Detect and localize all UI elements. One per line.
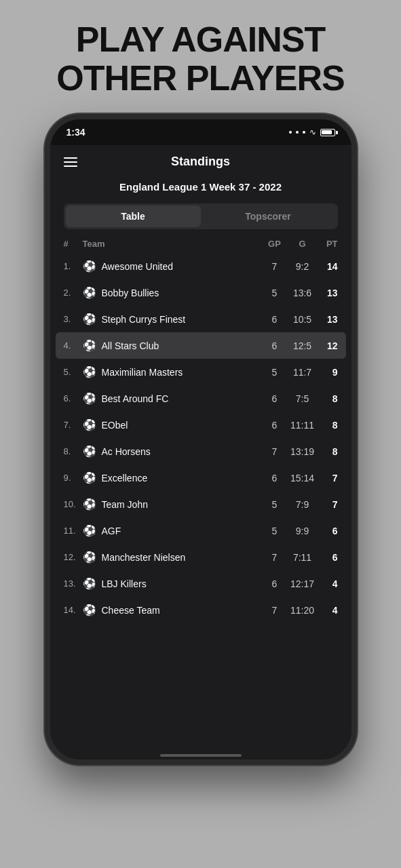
row-num: 7. — [64, 420, 83, 430]
team-name: LBJ Killers — [102, 578, 147, 589]
jersey-icon: ⚽ — [83, 551, 96, 564]
jersey-icon: ⚽ — [83, 339, 96, 352]
row-num: 8. — [64, 446, 83, 456]
row-gp: 6 — [263, 420, 286, 431]
team-name: Excellence — [102, 473, 148, 484]
signal-dot-2 — [296, 131, 299, 134]
league-title: England League 1 Week 37 - 2022 — [50, 176, 351, 198]
jersey-icon: ⚽ — [83, 498, 96, 511]
table-row: 11. ⚽ AGF 5 9:9 6 — [50, 517, 351, 544]
row-team: ⚽ Awesome United — [83, 260, 263, 273]
row-team: ⚽ EObel — [83, 418, 263, 431]
table-row: 2. ⚽ Bobby Bullies 5 13:6 13 — [50, 279, 351, 306]
col-header-gp: GP — [263, 239, 286, 249]
row-g: 11:11 — [286, 420, 319, 431]
menu-button[interactable] — [64, 157, 77, 167]
row-team: ⚽ Manchester Nielsen — [83, 551, 263, 564]
row-team: ⚽ Steph Currys Finest — [83, 313, 263, 326]
jersey-icon: ⚽ — [83, 286, 96, 299]
table-row: 13. ⚽ LBJ Killers 6 12:17 4 — [50, 570, 351, 597]
row-gp: 5 — [263, 526, 286, 536]
hamburger-line-2 — [64, 161, 77, 163]
status-bar: 1:34 ∿ — [50, 119, 351, 145]
team-name: Best Around FC — [102, 393, 169, 404]
row-pt: 8 — [319, 420, 338, 431]
status-time: 1:34 — [66, 127, 85, 138]
row-num: 14. — [64, 605, 83, 615]
row-num: 5. — [64, 367, 83, 377]
row-pt: 7 — [319, 473, 338, 484]
page-title: PLAY AGAINST OTHER PLAYERS — [56, 20, 344, 98]
row-g: 12:17 — [286, 578, 319, 589]
row-num: 10. — [64, 499, 83, 509]
team-name: All Stars Club — [102, 340, 159, 351]
row-pt: 4 — [319, 578, 338, 589]
team-name: Maximilian Masters — [102, 367, 183, 378]
row-pt: 13 — [319, 288, 338, 298]
row-num: 9. — [64, 473, 83, 483]
wifi-icon: ∿ — [309, 127, 316, 137]
row-num: 12. — [64, 552, 83, 562]
table-row: 8. ⚽ Ac Horsens 7 13:19 8 — [50, 438, 351, 465]
row-pt: 8 — [319, 446, 338, 457]
row-num: 6. — [64, 393, 83, 403]
row-gp: 5 — [263, 499, 286, 510]
row-pt: 12 — [319, 340, 338, 351]
row-gp: 7 — [263, 552, 286, 563]
status-icons: ∿ — [289, 127, 335, 137]
row-gp: 7 — [263, 446, 286, 457]
tab-table[interactable]: Table — [66, 205, 201, 227]
table-row: 6. ⚽ Best Around FC 6 7:5 8 — [50, 385, 351, 412]
standings-table: 1. ⚽ Awesome United 7 9:2 14 2. ⚽ Bobby … — [50, 253, 351, 750]
row-g: 7:9 — [286, 499, 319, 510]
jersey-icon: ⚽ — [83, 366, 96, 378]
row-pt: 6 — [319, 552, 338, 563]
row-team: ⚽ LBJ Killers — [83, 577, 263, 590]
row-g: 13:6 — [286, 288, 319, 298]
row-num: 4. — [64, 340, 83, 351]
jersey-icon: ⚽ — [83, 260, 96, 273]
col-header-g: G — [286, 239, 319, 249]
app-header: Standings — [50, 145, 351, 176]
row-team: ⚽ Ac Horsens — [83, 445, 263, 458]
tab-bar: Table Topscorer — [64, 203, 338, 229]
jersey-icon: ⚽ — [83, 445, 96, 458]
signal-dot-1 — [289, 131, 292, 134]
row-gp: 6 — [263, 578, 286, 589]
row-team: ⚽ Bobby Bullies — [83, 286, 263, 299]
hamburger-line-1 — [64, 157, 77, 159]
row-g: 15:14 — [286, 473, 319, 484]
team-name: Manchester Nielsen — [102, 552, 186, 563]
table-row: 9. ⚽ Excellence 6 15:14 7 — [50, 465, 351, 491]
col-header-team: Team — [83, 239, 263, 249]
team-name: AGF — [102, 526, 121, 536]
row-pt: 7 — [319, 499, 338, 510]
battery-icon — [320, 129, 335, 136]
row-g: 12:5 — [286, 340, 319, 351]
row-pt: 4 — [319, 605, 338, 616]
jersey-icon: ⚽ — [83, 471, 96, 484]
team-name: Team John — [102, 499, 148, 510]
row-team: ⚽ Best Around FC — [83, 392, 263, 405]
row-team: ⚽ Maximilian Masters — [83, 366, 263, 378]
hamburger-line-3 — [64, 165, 77, 167]
jersey-icon: ⚽ — [83, 313, 96, 326]
table-row: 10. ⚽ Team John 5 7:9 7 — [50, 491, 351, 517]
jersey-icon: ⚽ — [83, 392, 96, 405]
tab-topscorer[interactable]: Topscorer — [201, 205, 336, 227]
row-g: 10:5 — [286, 314, 319, 325]
row-gp: 5 — [263, 288, 286, 298]
table-row: 14. ⚽ Cheese Team 7 11:20 4 — [50, 597, 351, 623]
app-screen: Standings England League 1 Week 37 - 202… — [50, 145, 351, 760]
row-num: 2. — [64, 288, 83, 298]
row-team: ⚽ Excellence — [83, 471, 263, 484]
col-header-num: # — [64, 239, 83, 249]
jersey-icon: ⚽ — [83, 604, 96, 616]
row-g: 7:5 — [286, 393, 319, 404]
row-pt: 8 — [319, 393, 338, 404]
row-gp: 6 — [263, 340, 286, 351]
row-g: 11:7 — [286, 367, 319, 378]
row-num: 11. — [64, 526, 83, 536]
table-row: 3. ⚽ Steph Currys Finest 6 10:5 13 — [50, 306, 351, 332]
jersey-icon: ⚽ — [83, 577, 96, 590]
